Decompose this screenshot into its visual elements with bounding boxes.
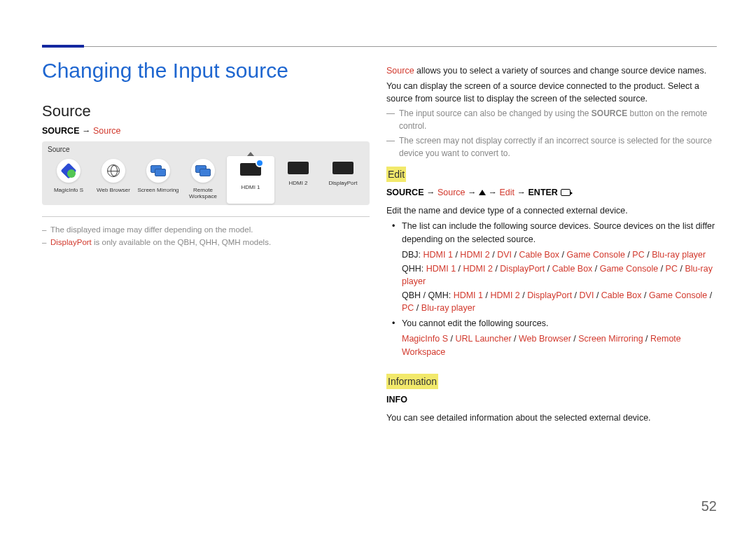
page-number: 52 [701, 498, 717, 514]
arrow-icon: → [82, 126, 91, 136]
model-line-qbh: QBH / QMH: HDMI 1 / HDMI 2 / DisplayPort… [402, 289, 717, 314]
header-accent [42, 45, 84, 48]
source-item-webbrowser: Web Browser [92, 156, 134, 204]
active-badge-icon [255, 159, 264, 167]
note-list: The displayed image may differ depending… [42, 216, 370, 246]
red-list: MagicInfo S / URL Launcher / Web Browser… [402, 334, 681, 356]
subheading-information: Information [386, 374, 438, 389]
tech-note: The screen may not display correctly if … [386, 135, 717, 160]
section-heading-source: Source [42, 102, 370, 120]
source-item-displayport: DisplayPort [322, 156, 364, 204]
hdmi-icon [286, 159, 311, 176]
source-label: Web Browser [92, 187, 134, 193]
header-rule [42, 46, 717, 47]
source-panel-title: Source [48, 146, 364, 153]
intro-paragraph: Source allows you to select a variety of… [386, 64, 717, 77]
note-red: DisplayPort [50, 238, 92, 246]
edit-bullet-list: The list can include the following sourc… [386, 220, 717, 358]
magicinfo-icon [57, 159, 80, 183]
edit-description: Edit the name and device type of a conne… [386, 204, 717, 217]
source-item-magicinfo: MagicInfo S [48, 156, 90, 204]
red-list: HDMI 1 / HDMI 2 / DisplayPort / Cable Bo… [402, 264, 713, 286]
noedit-line: MagicInfo S / URL Launcher / Web Browser… [402, 332, 717, 358]
source-label: Screen Mirroring [137, 187, 179, 193]
source-label: MagicInfo S [48, 187, 90, 193]
page-title: Changing the Input source [42, 59, 370, 83]
subheading-edit: Edit [386, 167, 406, 182]
source-label: Remote Workspace [182, 187, 224, 199]
list-item: You cannot edit the following sources. M… [386, 317, 717, 358]
breadcrumb-source: SOURCE → Source [42, 126, 370, 136]
path-source-btn: SOURCE [42, 126, 79, 136]
remote-icon [191, 159, 215, 183]
tech-note: The input source can also be changed by … [386, 108, 717, 132]
model-line-qhh: QHH: HDMI 1 / HDMI 2 / DisplayPort / Cab… [402, 262, 717, 288]
note-item: DisplayPort is only available on the QBH… [42, 238, 370, 246]
source-label: HDMI 2 [277, 180, 319, 186]
path-source-red: Source [93, 126, 121, 136]
source-row: MagicInfo S Web Browser Screen Mirroring… [48, 156, 364, 204]
source-item-mirroring: Screen Mirroring [137, 156, 179, 204]
info-description: You can see detailed information about t… [386, 412, 717, 424]
source-label: DisplayPort [322, 180, 364, 186]
source-item-hdmi2: HDMI 2 [277, 156, 319, 204]
source-item-remote: Remote Workspace [182, 156, 224, 204]
source-panel: Source MagicInfo S Web Browser Screen Mi… [42, 141, 370, 205]
source-item-hdmi1: HDMI 1 [227, 156, 274, 204]
page-content: Changing the Input source Source SOURCE … [0, 0, 756, 427]
right-column: Source allows you to select a variety of… [386, 34, 717, 427]
source-label: HDMI 1 [230, 184, 272, 190]
red-list: HDMI 1 / HDMI 2 / DVI / Cable Box / Game… [424, 250, 706, 260]
left-column: Changing the Input source Source SOURCE … [42, 34, 370, 427]
mirroring-icon [146, 159, 170, 183]
info-label: INFO [386, 393, 717, 406]
globe-icon [102, 159, 125, 183]
enter-icon [561, 189, 570, 196]
displayport-icon [330, 159, 356, 176]
breadcrumb-edit: SOURCE → Source → → Edit → ENTER [386, 186, 717, 199]
triangle-up-icon [479, 190, 486, 195]
model-line-dbj: DBJ: HDMI 1 / HDMI 2 / DVI / Cable Box /… [402, 248, 717, 261]
body-paragraph: You can display the screen of a source d… [386, 80, 717, 105]
note-item: The displayed image may differ depending… [42, 225, 370, 234]
list-item: The list can include the following sourc… [386, 220, 717, 314]
